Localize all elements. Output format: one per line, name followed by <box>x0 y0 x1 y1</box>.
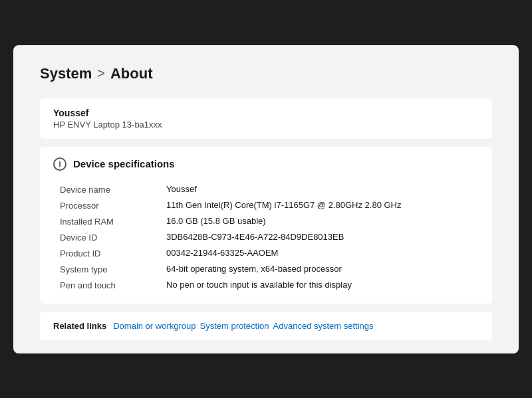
spec-label-6: Pen and touch <box>60 280 166 290</box>
specs-header: i Device specifications <box>53 157 479 171</box>
spec-row-6: Pen and touchNo pen or touch input is av… <box>60 277 479 293</box>
spec-label-3: Device ID <box>60 232 166 243</box>
spec-value-4: 00342-21944-63325-AAOEM <box>166 248 278 258</box>
spec-label-5: System type <box>60 264 166 274</box>
device-specs-section: i Device specifications Device nameYouss… <box>40 147 492 304</box>
spec-label-1: Processor <box>60 200 166 211</box>
device-model: HP ENVY Laptop 13-ba1xxx <box>53 120 479 130</box>
specs-title: Device specifications <box>73 158 175 169</box>
spec-label-2: Installed RAM <box>60 216 166 227</box>
spec-row-4: Product ID00342-21944-63325-AAOEM <box>60 245 479 261</box>
user-section: Youssef HP ENVY Laptop 13-ba1xxx <box>40 98 492 139</box>
related-link-domain[interactable]: Domain or workgroup <box>113 321 196 331</box>
breadcrumb-parent[interactable]: System <box>40 65 92 82</box>
spec-value-1: 11th Gen Intel(R) Core(TM) i7-1165G7 @ 2… <box>166 200 402 210</box>
spec-row-0: Device nameYoussef <box>60 181 479 197</box>
spec-row-3: Device ID3DB6428B-C973-4E46-A722-84D9DE8… <box>60 229 479 245</box>
related-link-advanced[interactable]: Advanced system settings <box>273 321 374 331</box>
related-link-protection[interactable]: System protection <box>200 321 269 331</box>
spec-row-5: System type64-bit operating system, x64-… <box>60 261 479 277</box>
spec-value-5: 64-bit operating system, x64-based proce… <box>166 264 342 274</box>
settings-window: System > About Youssef HP ENVY Laptop 13… <box>13 45 519 353</box>
breadcrumb-separator: > <box>97 66 105 81</box>
info-icon: i <box>53 157 66 171</box>
spec-value-2: 16.0 GB (15.8 GB usable) <box>166 216 266 226</box>
specs-table: Device nameYoussefProcessor11th Gen Inte… <box>53 181 479 293</box>
spec-value-0: Youssef <box>166 184 197 194</box>
user-name: Youssef <box>53 108 479 118</box>
related-links-section: Related links Domain or workgroup System… <box>40 312 492 340</box>
breadcrumb: System > About <box>40 65 492 82</box>
spec-value-6: No pen or touch input is available for t… <box>166 280 352 290</box>
spec-label-0: Device name <box>60 184 166 195</box>
spec-value-3: 3DB6428B-C973-4E46-A722-84D9DE8013EB <box>166 232 344 242</box>
spec-row-2: Installed RAM16.0 GB (15.8 GB usable) <box>60 213 479 229</box>
breadcrumb-current: About <box>110 65 153 82</box>
related-links-label: Related links <box>53 321 106 331</box>
spec-row-1: Processor11th Gen Intel(R) Core(TM) i7-1… <box>60 197 479 213</box>
spec-label-4: Product ID <box>60 248 166 258</box>
